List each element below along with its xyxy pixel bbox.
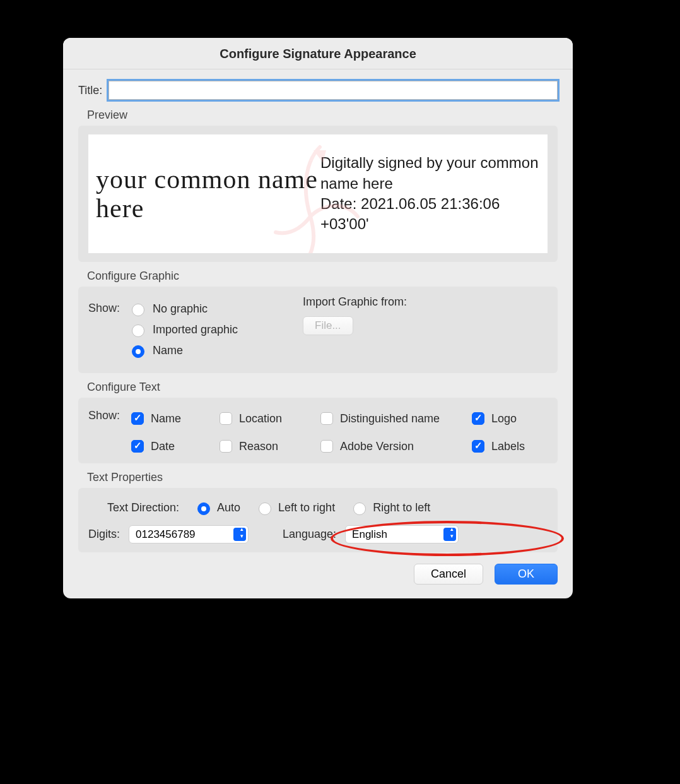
radio-name[interactable] [132,345,144,358]
text-show-label: Show: [88,409,120,422]
checkbox-labels-label: Labels [491,440,525,453]
radio-auto-label: Auto [217,501,240,514]
checkbox-logo-label: Logo [491,412,517,425]
preview-label: Preview [87,109,558,122]
checkbox-reason[interactable] [220,440,232,453]
ok-button[interactable]: OK [495,564,558,585]
digits-select[interactable]: 0123456789 [129,525,249,543]
file-button: File... [303,316,353,335]
preview-signed-by: Digitally signed by your common name her… [320,153,548,194]
configure-text-group: Show: Name Location Distinguished name L… [78,398,558,463]
checkbox-name-label: Name [151,412,181,425]
cancel-button[interactable]: Cancel [414,564,483,585]
checkbox-adobe-version-label: Adobe Version [340,440,414,453]
radio-auto[interactable] [197,502,210,515]
digits-label: Digits: [88,528,120,541]
checkbox-location[interactable] [220,412,232,425]
language-label: Language: [283,528,336,541]
radio-ltr-label: Left to right [278,501,335,514]
radio-no-graphic-label: No graphic [153,302,208,316]
title-input[interactable] [108,81,558,100]
radio-no-graphic[interactable] [132,304,144,316]
text-properties-group: Text Direction: Auto Left to right Right… [78,488,558,552]
radio-name-label: Name [153,344,183,357]
graphic-show-label: Show: [88,302,120,364]
dialog-title: Configure Signature Appearance [63,38,573,69]
text-direction-label: Text Direction: [107,501,179,514]
checkbox-location-label: Location [239,412,282,425]
preview-name-text: your common name here [88,134,318,253]
configure-graphic-group: Show: No graphic Imported graphic [78,287,558,373]
checkbox-labels[interactable] [472,440,484,453]
configure-text-label: Configure Text [87,381,558,394]
preview-date: Date: 2021.06.05 21:36:06 +03'00' [320,194,548,235]
preview-group: your common name here Digitally signed b… [78,126,558,262]
checkbox-reason-label: Reason [239,440,278,453]
preview-box: your common name here Digitally signed b… [88,134,548,253]
import-graphic-label: Import Graphic from: [303,295,548,309]
radio-ltr[interactable] [259,502,271,515]
radio-rtl-label: Right to left [373,501,430,514]
language-select[interactable]: English [345,525,459,543]
checkbox-distinguished[interactable] [320,412,333,425]
radio-rtl[interactable] [353,502,366,515]
checkbox-adobe-version[interactable] [320,440,333,453]
text-properties-label: Text Properties [87,471,558,484]
configure-graphic-label: Configure Graphic [87,270,558,283]
checkbox-date-label: Date [151,440,175,453]
checkbox-logo[interactable] [472,412,484,425]
dialog-window: Configure Signature Appearance Title: Pr… [63,38,573,598]
dialog-content: Title: Preview your common name here Dig… [63,69,573,598]
checkbox-distinguished-label: Distinguished name [340,412,440,425]
checkbox-name[interactable] [131,412,144,425]
checkbox-date[interactable] [131,440,144,453]
title-label: Title: [78,84,102,97]
preview-details: Digitally signed by your common name her… [318,134,548,253]
radio-imported-graphic-label: Imported graphic [153,323,238,336]
radio-imported-graphic[interactable] [132,324,144,337]
